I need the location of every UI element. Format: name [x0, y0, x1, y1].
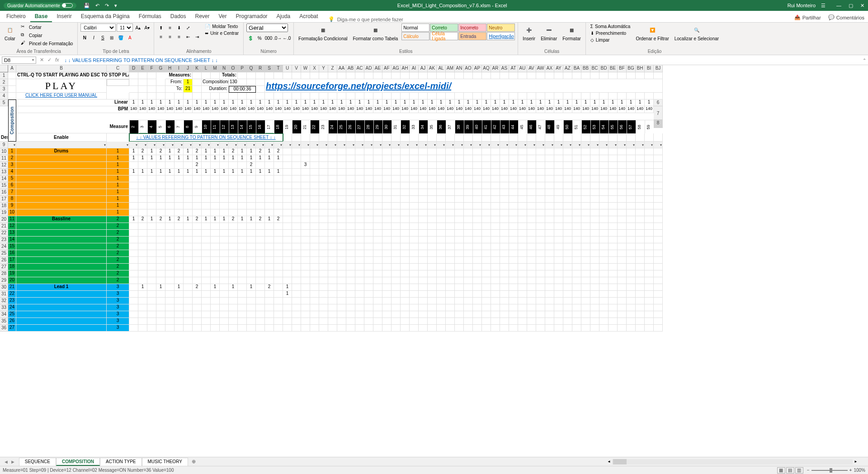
pattern-cell[interactable]	[211, 209, 220, 216]
decrease-indent-button[interactable]: ⇤	[184, 33, 192, 41]
pattern-cell[interactable]	[129, 291, 138, 298]
track-description[interactable]	[16, 291, 107, 298]
pattern-cell[interactable]	[437, 155, 446, 162]
column-header[interactable]: BF	[618, 65, 627, 72]
linear-value[interactable]: 1	[428, 100, 437, 106]
pattern-cell[interactable]	[274, 311, 283, 318]
pattern-cell[interactable]	[627, 189, 636, 196]
pattern-cell[interactable]	[446, 298, 455, 304]
cell[interactable]	[636, 72, 645, 79]
track-enable[interactable]: 3	[107, 325, 129, 332]
pattern-cell[interactable]	[355, 291, 364, 298]
pattern-cell[interactable]	[229, 298, 238, 304]
pattern-cell[interactable]	[527, 325, 536, 332]
track-id[interactable]: 19	[8, 270, 16, 277]
pattern-cell[interactable]	[410, 155, 419, 162]
track-enable[interactable]: 1	[107, 189, 129, 196]
pattern-cell[interactable]	[292, 209, 301, 216]
pattern-cell[interactable]	[138, 230, 147, 237]
cell[interactable]	[220, 93, 229, 100]
pattern-cell[interactable]	[382, 325, 392, 332]
pattern-cell[interactable]	[211, 162, 220, 169]
pattern-cell[interactable]	[265, 270, 274, 277]
cell[interactable]	[645, 133, 654, 142]
pattern-cell[interactable]	[536, 237, 545, 243]
pattern-cell[interactable]	[129, 162, 138, 169]
pattern-cell[interactable]	[464, 230, 473, 237]
pattern-cell[interactable]: 1	[129, 148, 138, 155]
pattern-cell[interactable]	[509, 298, 518, 304]
pattern-cell[interactable]	[554, 209, 563, 216]
pattern-cell[interactable]	[455, 257, 464, 264]
pattern-cell[interactable]	[373, 277, 382, 284]
pattern-cell[interactable]: 1	[211, 216, 220, 223]
pattern-cell[interactable]: 2	[247, 162, 256, 169]
pattern-cell[interactable]	[283, 169, 292, 175]
pattern-cell[interactable]: 1	[220, 169, 229, 175]
pattern-cell[interactable]	[428, 216, 437, 223]
pattern-cell[interactable]	[401, 216, 410, 223]
column-header[interactable]: O	[229, 65, 238, 72]
pattern-cell[interactable]	[274, 209, 283, 216]
measure-number[interactable]: 12	[220, 120, 229, 133]
filter-button[interactable]	[310, 142, 319, 148]
pattern-cell[interactable]: 2	[175, 216, 184, 223]
pattern-cell[interactable]	[581, 243, 590, 250]
pattern-cell[interactable]	[301, 230, 310, 237]
pattern-cell[interactable]	[410, 291, 419, 298]
pattern-cell[interactable]	[491, 189, 500, 196]
pattern-cell[interactable]	[482, 216, 491, 223]
pattern-cell[interactable]: 1	[138, 155, 147, 162]
pattern-cell[interactable]	[473, 311, 482, 318]
pattern-cell[interactable]	[473, 250, 482, 257]
pattern-cell[interactable]: 1	[175, 169, 184, 175]
pattern-cell[interactable]	[545, 284, 554, 291]
pattern-cell[interactable]	[446, 264, 455, 270]
row-header[interactable]: 17	[0, 196, 8, 203]
underline-button[interactable]: S	[99, 33, 107, 42]
pattern-cell[interactable]	[518, 325, 527, 332]
pattern-cell[interactable]	[202, 291, 211, 298]
pattern-cell[interactable]	[464, 250, 473, 257]
pattern-cell[interactable]	[274, 182, 283, 189]
pattern-cell[interactable]	[509, 216, 518, 223]
pattern-cell[interactable]	[301, 264, 310, 270]
pattern-cell[interactable]	[364, 291, 373, 298]
pattern-cell[interactable]: 1	[283, 284, 292, 291]
track-description[interactable]	[16, 318, 107, 325]
pattern-cell[interactable]	[527, 318, 536, 325]
pattern-cell[interactable]	[238, 298, 247, 304]
pattern-cell[interactable]	[211, 318, 220, 325]
pattern-cell[interactable]	[491, 237, 500, 243]
cell[interactable]	[518, 133, 527, 142]
pattern-cell[interactable]	[627, 162, 636, 169]
pattern-cell[interactable]	[518, 250, 527, 257]
pattern-cell[interactable]	[500, 162, 509, 169]
pattern-cell[interactable]	[147, 209, 156, 216]
column-header[interactable]: Q	[247, 65, 256, 72]
pattern-cell[interactable]	[401, 182, 410, 189]
pattern-cell[interactable]	[446, 277, 455, 284]
pattern-cell[interactable]	[138, 237, 147, 243]
pattern-cell[interactable]	[319, 325, 328, 332]
pattern-cell[interactable]	[419, 250, 428, 257]
pattern-cell[interactable]	[346, 270, 355, 277]
bpm-value[interactable]: 140	[283, 106, 292, 113]
pattern-cell[interactable]	[247, 175, 256, 182]
pattern-cell[interactable]	[283, 257, 292, 264]
pattern-cell[interactable]	[609, 277, 618, 284]
pattern-cell[interactable]	[446, 148, 455, 155]
pattern-cell[interactable]	[319, 277, 328, 284]
pattern-cell[interactable]	[373, 257, 382, 264]
pattern-cell[interactable]	[419, 264, 428, 270]
pattern-cell[interactable]	[645, 298, 654, 304]
row-header[interactable]: 9	[0, 142, 8, 148]
pattern-cell[interactable]	[590, 318, 599, 325]
pattern-cell[interactable]	[373, 223, 382, 230]
cell[interactable]	[428, 133, 437, 142]
pattern-cell[interactable]	[238, 277, 247, 284]
pattern-cell[interactable]	[265, 264, 274, 270]
pattern-cell[interactable]	[328, 243, 337, 250]
cell[interactable]	[437, 93, 446, 100]
pattern-cell[interactable]	[419, 223, 428, 230]
